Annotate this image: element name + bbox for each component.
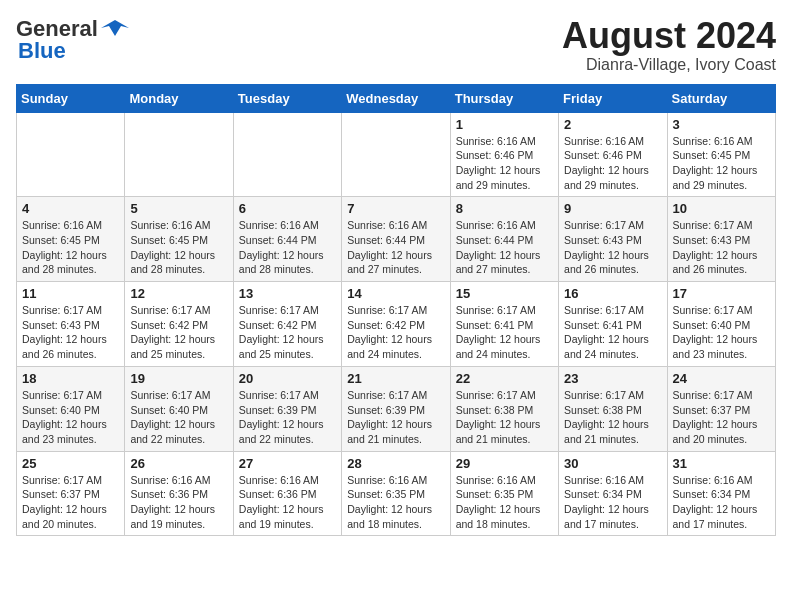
calendar-week-row: 18Sunrise: 6:17 AM Sunset: 6:40 PM Dayli…	[17, 366, 776, 451]
day-number: 26	[130, 456, 227, 471]
day-info: Sunrise: 6:16 AM Sunset: 6:34 PM Dayligh…	[673, 473, 770, 532]
day-info: Sunrise: 6:16 AM Sunset: 6:35 PM Dayligh…	[347, 473, 444, 532]
day-info: Sunrise: 6:17 AM Sunset: 6:42 PM Dayligh…	[347, 303, 444, 362]
day-number: 7	[347, 201, 444, 216]
calendar-cell: 25Sunrise: 6:17 AM Sunset: 6:37 PM Dayli…	[17, 451, 125, 536]
day-number: 12	[130, 286, 227, 301]
day-number: 16	[564, 286, 661, 301]
day-number: 20	[239, 371, 336, 386]
calendar-cell: 4Sunrise: 6:16 AM Sunset: 6:45 PM Daylig…	[17, 197, 125, 282]
calendar-week-row: 4Sunrise: 6:16 AM Sunset: 6:45 PM Daylig…	[17, 197, 776, 282]
calendar-cell: 8Sunrise: 6:16 AM Sunset: 6:44 PM Daylig…	[450, 197, 558, 282]
day-number: 19	[130, 371, 227, 386]
day-info: Sunrise: 6:16 AM Sunset: 6:34 PM Dayligh…	[564, 473, 661, 532]
day-info: Sunrise: 6:16 AM Sunset: 6:45 PM Dayligh…	[130, 218, 227, 277]
day-info: Sunrise: 6:16 AM Sunset: 6:44 PM Dayligh…	[456, 218, 553, 277]
day-info: Sunrise: 6:16 AM Sunset: 6:46 PM Dayligh…	[456, 134, 553, 193]
day-number: 30	[564, 456, 661, 471]
calendar-cell: 1Sunrise: 6:16 AM Sunset: 6:46 PM Daylig…	[450, 112, 558, 197]
day-info: Sunrise: 6:16 AM Sunset: 6:35 PM Dayligh…	[456, 473, 553, 532]
weekday-header-row: SundayMondayTuesdayWednesdayThursdayFrid…	[17, 84, 776, 112]
weekday-header: Saturday	[667, 84, 775, 112]
calendar-cell: 12Sunrise: 6:17 AM Sunset: 6:42 PM Dayli…	[125, 282, 233, 367]
day-info: Sunrise: 6:16 AM Sunset: 6:36 PM Dayligh…	[130, 473, 227, 532]
day-info: Sunrise: 6:17 AM Sunset: 6:43 PM Dayligh…	[564, 218, 661, 277]
day-number: 17	[673, 286, 770, 301]
day-number: 22	[456, 371, 553, 386]
calendar-cell: 5Sunrise: 6:16 AM Sunset: 6:45 PM Daylig…	[125, 197, 233, 282]
calendar-cell	[342, 112, 450, 197]
day-number: 8	[456, 201, 553, 216]
day-number: 25	[22, 456, 119, 471]
calendar-cell: 23Sunrise: 6:17 AM Sunset: 6:38 PM Dayli…	[559, 366, 667, 451]
logo: General Blue	[16, 16, 130, 64]
day-info: Sunrise: 6:17 AM Sunset: 6:37 PM Dayligh…	[673, 388, 770, 447]
day-info: Sunrise: 6:17 AM Sunset: 6:41 PM Dayligh…	[564, 303, 661, 362]
day-number: 4	[22, 201, 119, 216]
weekday-header: Sunday	[17, 84, 125, 112]
calendar-cell: 16Sunrise: 6:17 AM Sunset: 6:41 PM Dayli…	[559, 282, 667, 367]
day-number: 2	[564, 117, 661, 132]
logo-blue: Blue	[18, 38, 66, 64]
calendar-cell: 10Sunrise: 6:17 AM Sunset: 6:43 PM Dayli…	[667, 197, 775, 282]
calendar-cell: 31Sunrise: 6:16 AM Sunset: 6:34 PM Dayli…	[667, 451, 775, 536]
calendar-cell: 19Sunrise: 6:17 AM Sunset: 6:40 PM Dayli…	[125, 366, 233, 451]
day-number: 13	[239, 286, 336, 301]
calendar-cell: 2Sunrise: 6:16 AM Sunset: 6:46 PM Daylig…	[559, 112, 667, 197]
header: General Blue August 2024 Dianra-Village,…	[16, 16, 776, 74]
day-number: 3	[673, 117, 770, 132]
day-number: 18	[22, 371, 119, 386]
location: Dianra-Village, Ivory Coast	[562, 56, 776, 74]
day-number: 15	[456, 286, 553, 301]
day-number: 29	[456, 456, 553, 471]
day-number: 31	[673, 456, 770, 471]
day-number: 9	[564, 201, 661, 216]
day-info: Sunrise: 6:17 AM Sunset: 6:42 PM Dayligh…	[239, 303, 336, 362]
day-info: Sunrise: 6:17 AM Sunset: 6:41 PM Dayligh…	[456, 303, 553, 362]
calendar-cell: 13Sunrise: 6:17 AM Sunset: 6:42 PM Dayli…	[233, 282, 341, 367]
month-year: August 2024	[562, 16, 776, 56]
calendar-cell: 17Sunrise: 6:17 AM Sunset: 6:40 PM Dayli…	[667, 282, 775, 367]
day-info: Sunrise: 6:16 AM Sunset: 6:36 PM Dayligh…	[239, 473, 336, 532]
calendar-cell: 15Sunrise: 6:17 AM Sunset: 6:41 PM Dayli…	[450, 282, 558, 367]
calendar-cell: 20Sunrise: 6:17 AM Sunset: 6:39 PM Dayli…	[233, 366, 341, 451]
day-info: Sunrise: 6:16 AM Sunset: 6:46 PM Dayligh…	[564, 134, 661, 193]
day-info: Sunrise: 6:16 AM Sunset: 6:44 PM Dayligh…	[347, 218, 444, 277]
weekday-header: Wednesday	[342, 84, 450, 112]
calendar-cell: 7Sunrise: 6:16 AM Sunset: 6:44 PM Daylig…	[342, 197, 450, 282]
calendar-cell: 26Sunrise: 6:16 AM Sunset: 6:36 PM Dayli…	[125, 451, 233, 536]
calendar-week-row: 1Sunrise: 6:16 AM Sunset: 6:46 PM Daylig…	[17, 112, 776, 197]
logo-bird-icon	[101, 18, 129, 40]
day-info: Sunrise: 6:17 AM Sunset: 6:39 PM Dayligh…	[239, 388, 336, 447]
calendar: SundayMondayTuesdayWednesdayThursdayFrid…	[16, 84, 776, 537]
calendar-cell	[125, 112, 233, 197]
day-number: 11	[22, 286, 119, 301]
day-info: Sunrise: 6:16 AM Sunset: 6:45 PM Dayligh…	[673, 134, 770, 193]
day-info: Sunrise: 6:17 AM Sunset: 6:38 PM Dayligh…	[564, 388, 661, 447]
calendar-cell: 6Sunrise: 6:16 AM Sunset: 6:44 PM Daylig…	[233, 197, 341, 282]
calendar-week-row: 25Sunrise: 6:17 AM Sunset: 6:37 PM Dayli…	[17, 451, 776, 536]
calendar-cell	[233, 112, 341, 197]
day-number: 5	[130, 201, 227, 216]
day-info: Sunrise: 6:17 AM Sunset: 6:40 PM Dayligh…	[22, 388, 119, 447]
day-number: 28	[347, 456, 444, 471]
day-number: 24	[673, 371, 770, 386]
day-number: 27	[239, 456, 336, 471]
day-number: 21	[347, 371, 444, 386]
day-info: Sunrise: 6:17 AM Sunset: 6:42 PM Dayligh…	[130, 303, 227, 362]
day-info: Sunrise: 6:17 AM Sunset: 6:40 PM Dayligh…	[130, 388, 227, 447]
weekday-header: Thursday	[450, 84, 558, 112]
day-info: Sunrise: 6:16 AM Sunset: 6:45 PM Dayligh…	[22, 218, 119, 277]
calendar-week-row: 11Sunrise: 6:17 AM Sunset: 6:43 PM Dayli…	[17, 282, 776, 367]
weekday-header: Tuesday	[233, 84, 341, 112]
calendar-cell: 28Sunrise: 6:16 AM Sunset: 6:35 PM Dayli…	[342, 451, 450, 536]
day-number: 6	[239, 201, 336, 216]
calendar-cell: 24Sunrise: 6:17 AM Sunset: 6:37 PM Dayli…	[667, 366, 775, 451]
calendar-cell	[17, 112, 125, 197]
day-info: Sunrise: 6:17 AM Sunset: 6:40 PM Dayligh…	[673, 303, 770, 362]
calendar-cell: 11Sunrise: 6:17 AM Sunset: 6:43 PM Dayli…	[17, 282, 125, 367]
calendar-cell: 29Sunrise: 6:16 AM Sunset: 6:35 PM Dayli…	[450, 451, 558, 536]
day-info: Sunrise: 6:17 AM Sunset: 6:38 PM Dayligh…	[456, 388, 553, 447]
day-info: Sunrise: 6:17 AM Sunset: 6:43 PM Dayligh…	[22, 303, 119, 362]
calendar-cell: 3Sunrise: 6:16 AM Sunset: 6:45 PM Daylig…	[667, 112, 775, 197]
